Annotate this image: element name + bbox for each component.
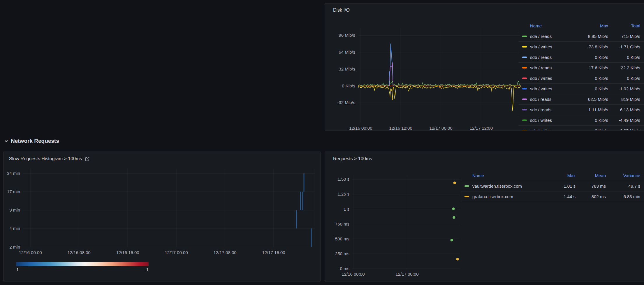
- legend-series-name[interactable]: sdc / reads: [530, 107, 575, 112]
- x-tick-label: 12/17 16:00: [262, 250, 285, 255]
- legend-header-name[interactable]: Name: [472, 173, 547, 178]
- panel-title-disk-io[interactable]: Disk I/O: [333, 8, 350, 13]
- series-line: [358, 86, 521, 111]
- series-color-swatch[interactable]: [464, 185, 469, 187]
- series-line: [358, 63, 521, 86]
- legend-value: -2.05 Mib/s: [609, 128, 644, 131]
- legend-series-name[interactable]: sdc / reads: [530, 97, 575, 102]
- x-tick-label: 12/16 00:00: [349, 126, 372, 131]
- heatmap-cell: [302, 192, 303, 210]
- legend-header-max[interactable]: Max: [547, 173, 576, 178]
- y-tick-label: 1 s: [326, 207, 349, 212]
- legend-value: 0 Kib/s: [575, 128, 609, 131]
- scatter-point: [453, 216, 455, 219]
- panel-title-requests-100ms[interactable]: Requests > 100ms: [333, 156, 372, 161]
- section-row-network-requests[interactable]: Network Requests: [4, 138, 59, 144]
- panel-title-text: Requests > 100ms: [333, 156, 372, 161]
- series-color-swatch[interactable]: [522, 130, 527, 131]
- legend-value: 6.83 min: [606, 194, 644, 199]
- heatmap-cell: [304, 173, 305, 192]
- legend-value: 715 Mib/s: [609, 34, 644, 39]
- x-tick-label: 12/16 08:00: [67, 250, 90, 255]
- colorbar-max-label: 1: [146, 267, 149, 272]
- series-line: [358, 81, 521, 86]
- legend-series-name[interactable]: grafana.tiserbox.com: [472, 194, 547, 199]
- legend-series-name[interactable]: sdb / reads: [530, 55, 575, 60]
- legend-value: 802 ms: [576, 194, 606, 199]
- heatmap-colorbar: [16, 262, 149, 266]
- y-tick-label: 0 ms: [326, 266, 349, 271]
- legend-row: sdb / reads0 Kib/s0 Kib/s: [518, 52, 644, 63]
- legend-header-mean[interactable]: Mean: [576, 173, 606, 178]
- panel-slow-requests-histogram: Slow Requests Histogram > 100ms 1 1 34 m…: [3, 152, 321, 282]
- legend-value: 8.85 Mib/s: [575, 34, 609, 39]
- series-color-swatch[interactable]: [522, 46, 527, 48]
- legend-header-row: NameMaxMeanVariance: [461, 170, 644, 181]
- y-tick-label: 250 ms: [326, 251, 349, 256]
- series-color-swatch[interactable]: [522, 119, 527, 121]
- legend-header-name[interactable]: Name: [530, 23, 575, 28]
- legend-series-name[interactable]: vaultwarden.tiserbox.com: [472, 184, 547, 189]
- legend-row: sda / reads8.85 Mib/s715 Mib/s: [518, 31, 644, 42]
- legend-series-name[interactable]: sdb / writes: [530, 86, 575, 91]
- legend-series-name[interactable]: sdc / writes: [530, 118, 575, 123]
- legend-swatch-cell: [518, 98, 530, 100]
- y-tick-label: 2 min: [3, 244, 20, 250]
- series-color-swatch[interactable]: [464, 196, 469, 197]
- external-link-icon[interactable]: [85, 156, 90, 161]
- legend-value: 1.11 Mib/s: [575, 107, 609, 112]
- requests-scatter-chart[interactable]: [352, 175, 460, 269]
- series-color-swatch[interactable]: [522, 57, 527, 58]
- panel-title-slow-requests-histogram[interactable]: Slow Requests Histogram > 100ms: [9, 156, 90, 161]
- legend-header-variance[interactable]: Variance: [606, 173, 644, 178]
- y-tick-label: 1.25 s: [326, 191, 349, 197]
- legend-header-row: NameMaxTotal: [518, 21, 644, 31]
- series-line: [358, 44, 521, 86]
- series-color-swatch[interactable]: [522, 98, 527, 100]
- scatter-point: [453, 182, 456, 184]
- legend-value: 0 Kib/s: [609, 76, 644, 81]
- legend-row: grafana.tiserbox.com1.44 s802 ms6.83 min: [461, 191, 644, 202]
- series-color-swatch[interactable]: [522, 109, 527, 110]
- scatter-point: [456, 258, 459, 261]
- series-color-swatch[interactable]: [522, 36, 527, 37]
- series-color-swatch[interactable]: [522, 67, 527, 68]
- legend-series-name[interactable]: sda / writes: [530, 44, 575, 49]
- legend-value: 22.2 Kib/s: [609, 65, 644, 70]
- legend-value: 0 Kib/s: [575, 55, 609, 60]
- heatmap-colorbar-labels: 1 1: [16, 267, 149, 272]
- legend-series-name[interactable]: sda / reads: [530, 34, 575, 39]
- grafana-dashboard: Disk I/O NameMaxTotalsda / reads8.85 Mib…: [0, 0, 644, 285]
- panel-title-text: Slow Requests Histogram > 100ms: [9, 156, 82, 161]
- y-tick-label: -32 Mib/s: [329, 100, 355, 105]
- disk-io-chart[interactable]: [358, 28, 521, 123]
- legend-value: -73.8 Kib/s: [575, 44, 609, 49]
- x-tick-label: 12/17 00:00: [165, 250, 188, 255]
- legend-value: 1.44 s: [547, 194, 576, 199]
- legend-row: sda / writes-73.8 Kib/s-1.71 Gib/s: [518, 42, 644, 52]
- series-color-swatch[interactable]: [522, 78, 527, 79]
- legend-series-name[interactable]: sdb / writes: [530, 76, 575, 81]
- legend-header-max[interactable]: Max: [575, 23, 609, 28]
- legend-value: 17.6 Kib/s: [575, 65, 609, 70]
- panel-requests-100ms: Requests > 100ms NameMaxMeanVariancevaul…: [325, 152, 644, 282]
- x-tick-label: 12/17 12:00: [470, 126, 493, 131]
- x-tick-label: 12/16 12:00: [389, 126, 412, 131]
- legend-row: sdb / reads17.6 Kib/s22.2 Kib/s: [518, 63, 644, 73]
- y-tick-label: 500 ms: [326, 236, 349, 242]
- legend-series-name[interactable]: sdb / reads: [530, 65, 575, 70]
- legend-series-name[interactable]: sdc / writes: [530, 128, 575, 131]
- legend-header-total[interactable]: Total: [609, 23, 644, 28]
- y-tick-label: 1.50 s: [326, 177, 349, 182]
- legend-row: sdc / writes0 Kib/s-2.05 Mib/s: [518, 126, 644, 131]
- requests-legend-table: NameMaxMeanVariancevaultwarden.tiserbox.…: [461, 170, 644, 202]
- heatmap-cell: [311, 228, 312, 247]
- x-tick-label: 12/17 00:00: [429, 126, 452, 131]
- slow-requests-heatmap-chart[interactable]: [23, 168, 314, 247]
- y-tick-label: 32 Mib/s: [329, 66, 355, 72]
- x-tick-label: 12/16 00:00: [342, 272, 365, 277]
- heatmap-cell: [296, 210, 297, 228]
- legend-swatch-cell: [518, 46, 530, 48]
- series-color-swatch[interactable]: [522, 88, 527, 89]
- legend-value: 0 Kib/s: [575, 118, 609, 123]
